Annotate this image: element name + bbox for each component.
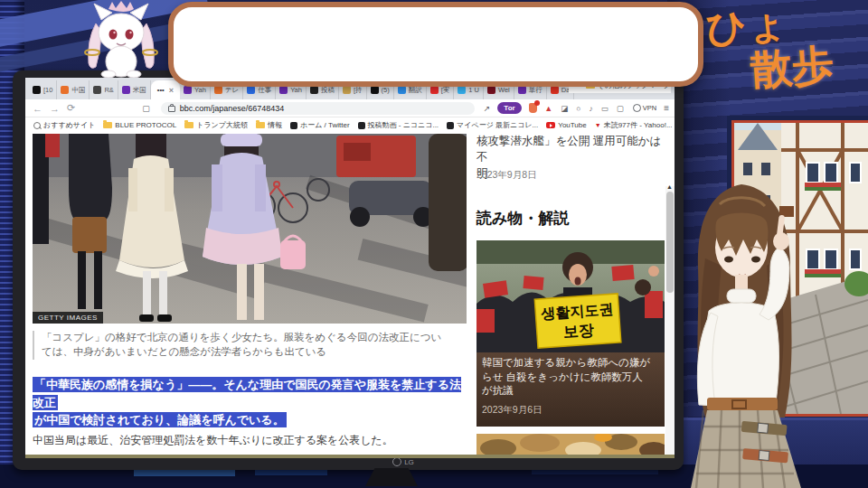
tab-favicon — [458, 86, 466, 94]
tab-favicon — [518, 86, 526, 94]
browser-tab[interactable]: [10 — [29, 80, 57, 99]
tab-label: 翻訳 — [409, 86, 422, 95]
tab-favicon — [310, 86, 318, 94]
bbc-article-page: GETTY IMAGES 「コスプレ」の格好で北京の通りを歩く少女たち。服装をめ… — [25, 132, 675, 458]
folder-icon — [256, 122, 265, 128]
extension-icon[interactable]: ▭ — [601, 104, 609, 113]
bookmark-label: YouTube — [558, 121, 586, 129]
browser-tab[interactable]: 中国 — [57, 80, 90, 99]
tab-favicon — [487, 86, 495, 94]
back-button[interactable]: ← — [33, 103, 42, 114]
reload-button[interactable]: ⟳ — [67, 102, 75, 114]
side-panel-icon[interactable]: ▢ — [142, 104, 150, 113]
related-article-card[interactable]: 생활지도권 보장 韓国で加速する親から教師への嫌が らせ 自殺をきっかけに教師数… — [476, 240, 665, 427]
tab-label: (5) — [382, 86, 390, 94]
highlight-line: が中国で検討されており、論議を呼んでいる。 — [33, 412, 287, 427]
adblock-shield-icon[interactable] — [529, 103, 538, 113]
scrollbar-thumb[interactable] — [666, 192, 674, 293]
stream-title-line2: 散歩 — [749, 37, 835, 99]
tab-label: 仕事 — [258, 86, 271, 95]
tab-label: [持 — [354, 86, 363, 95]
bookmark-item[interactable]: BLUE PROTOCOL — [103, 121, 176, 129]
card-date: 2023年9月6日 — [482, 403, 659, 416]
url-text: bbc.com/japanese/66748434 — [180, 104, 285, 113]
yahoo-mail-icon: ▼ — [595, 122, 601, 128]
bookmark-item[interactable]: おすすめサイト — [33, 120, 95, 130]
bookmark-label: ホーム / Twitter — [300, 120, 350, 130]
bookmark-label: マイページ 最新ニコレ... — [457, 120, 538, 130]
bookmark-item[interactable]: ▼未読977件 - Yahoo!... — [595, 120, 673, 130]
tab-label: 米国 — [133, 86, 146, 95]
tab-favicon — [398, 86, 406, 94]
bookmark-item[interactable]: マイページ 最新ニコレ... — [447, 120, 538, 130]
speech-bubble — [168, 2, 703, 87]
niconico-icon — [447, 122, 454, 129]
tab-label: Wel — [498, 86, 510, 94]
tab-label: R& — [104, 86, 113, 94]
vtuber-avatar — [684, 132, 868, 488]
browser-tab[interactable]: R& — [90, 80, 118, 99]
highlighted-lead-paragraph: 「中華民族の感情を損なう」――。そんな理由で国民の発言や服装を禁止する法改正 が… — [33, 376, 472, 429]
extension-icon[interactable]: ◪ — [561, 104, 568, 113]
lock-icon — [168, 106, 175, 112]
tab-label: Yah — [290, 86, 302, 94]
page-scrollbar[interactable]: ▲ — [665, 186, 675, 458]
tab-label: [実 — [441, 86, 450, 95]
share-icon[interactable]: ↗ — [484, 104, 491, 113]
triangle-extension-icon[interactable]: ▲ — [544, 104, 552, 113]
vpn-button[interactable]: VPN — [633, 104, 656, 112]
headline-date: 2023年9月8日 — [476, 169, 537, 182]
scroll-up-arrow[interactable]: ▲ — [666, 183, 673, 190]
bookmark-item[interactable]: ホーム / Twitter — [290, 120, 350, 130]
extension-icon[interactable]: ▢ — [617, 104, 624, 113]
extension-icon[interactable]: ♪ — [589, 104, 592, 113]
tor-button[interactable]: Tor — [497, 102, 521, 114]
bookmark-item[interactable]: YouTube — [546, 121, 586, 129]
tab-favicon — [371, 86, 379, 94]
tab-favicon — [61, 86, 69, 94]
bookmark-label: 投稿動画 - ニコニコ... — [368, 120, 439, 130]
bookmark-item[interactable]: 情報 — [256, 120, 282, 130]
lg-logo-mark — [392, 457, 401, 466]
tab-favicon — [343, 86, 351, 94]
desk-reflection — [255, 470, 327, 475]
tab-favicon — [279, 86, 288, 94]
extension-icon[interactable]: ○ — [576, 104, 580, 113]
bookmark-item[interactable]: トランプ大統領 — [184, 120, 248, 130]
caption-line: ては、中身があいまいだとの懸念が法学者らからも出ている — [42, 345, 474, 360]
tab-favicon — [551, 86, 559, 94]
card-caption-line: 韓国で加速する親から教師への嫌が — [482, 356, 659, 371]
bookmark-label: おすすめサイト — [43, 120, 95, 130]
kyubey-mascot — [74, 0, 168, 78]
highlight-line: 「中華民族の感情を損なう」――。そんな理由で国民の発言や服装を禁止する法改正 — [33, 377, 461, 410]
niconico-icon — [358, 122, 365, 129]
active-tab-bbc[interactable]: •••× — [151, 80, 180, 99]
forward-button[interactable]: → — [50, 103, 60, 114]
tab-favicon — [430, 86, 439, 94]
folder-icon — [184, 122, 193, 128]
tab-close-icon[interactable]: × — [169, 86, 174, 95]
browser-menu-icon[interactable]: ≡ — [664, 103, 669, 113]
address-bar[interactable]: bbc.com/japanese/66748434 — [161, 102, 475, 115]
tab-label: 単行 — [529, 86, 542, 95]
card-caption: 韓国で加速する親から教師への嫌が らせ 自殺をきっかけに教師数万人 が抗議 20… — [476, 352, 665, 427]
article-photo-lolita-girls: GETTY IMAGES — [33, 134, 467, 324]
lg-brand-text: LG — [404, 458, 414, 466]
gear-icon — [633, 104, 641, 112]
tab-label: Yah — [194, 86, 206, 94]
korean-protest-photo: 생활지도권 보장 — [476, 240, 665, 352]
bookmark-label: 未読977件 - Yahoo!... — [604, 120, 673, 130]
getty-images-label: GETTY IMAGES — [33, 312, 103, 324]
article-paragraph: 中国当局は最近、治安管理処罰法を数十年ぶりに改正する案を公表した。 — [33, 433, 467, 448]
tab-label: [10 — [43, 86, 52, 94]
browser-window: [10 中国 R& 米国 •••× Yah テレ 仕事 Yah 投稿 [持 (5… — [25, 78, 675, 458]
tab-favicon — [247, 86, 255, 94]
tab-favicon — [184, 86, 192, 94]
browser-tab[interactable]: 米国 — [118, 80, 151, 99]
tab-label: 中国 — [71, 86, 85, 95]
photo-caption: 「コスプレ」の格好で北京の通りを歩く少女たち。服装をめぐる今回の法改正につい て… — [33, 331, 474, 360]
tab-label: ••• — [157, 86, 165, 94]
tab-label: テレ — [225, 86, 239, 95]
bookmark-item[interactable]: 投稿動画 - ニコニコ... — [358, 120, 439, 130]
tab-favicon — [33, 86, 41, 94]
